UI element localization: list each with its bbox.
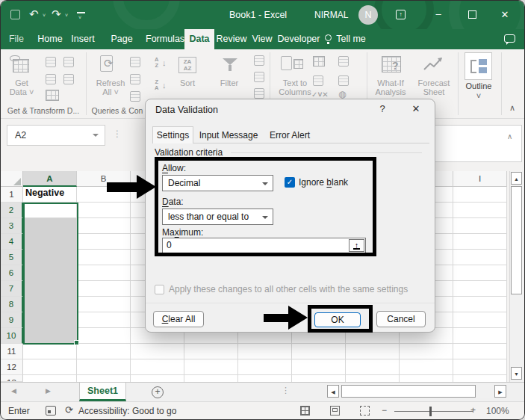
- forecast-label2[interactable]: Sheet: [420, 87, 447, 96]
- minimize-button[interactable]: –: [430, 7, 447, 22]
- column-header-i[interactable]: I: [453, 171, 507, 187]
- clear-all-button[interactable]: Clear All: [153, 311, 204, 327]
- maximize-button[interactable]: [468, 10, 476, 19]
- tab-page-layout[interactable]: Page Layout: [98, 29, 146, 49]
- get-data-label2[interactable]: Data ˅: [5, 87, 38, 96]
- zoom-level[interactable]: 100%: [486, 406, 509, 416]
- text-to-columns-icon[interactable]: [281, 56, 292, 70]
- undo-dropdown-icon[interactable]: ˅: [43, 13, 46, 18]
- what-if-label1[interactable]: What-If: [373, 78, 408, 87]
- sort-ascending-icon[interactable]: AZ: [155, 57, 158, 69]
- redo-icon[interactable]: ↷: [52, 8, 61, 19]
- reapply-filter-icon[interactable]: [254, 72, 264, 82]
- row-header-8[interactable]: 8: [1, 297, 23, 312]
- tab-insert[interactable]: Insert: [68, 29, 98, 49]
- vertical-scrollbar-thumb[interactable]: [511, 186, 522, 294]
- row-header-4[interactable]: 4: [1, 234, 23, 250]
- forecast-sheet-icon[interactable]: [423, 56, 445, 72]
- flash-fill-icon[interactable]: [313, 56, 325, 67]
- row-header-3[interactable]: 3: [1, 218, 23, 234]
- normal-view-icon[interactable]: [300, 406, 310, 416]
- ribbon-display-options-icon[interactable]: ↑: [396, 10, 406, 19]
- tab-view[interactable]: View: [249, 29, 276, 49]
- refresh-all-label2[interactable]: All ˅: [93, 87, 128, 96]
- refresh-all-icon[interactable]: ⟳: [104, 57, 114, 70]
- sort-label[interactable]: Sort: [171, 78, 204, 87]
- name-box[interactable]: A2: [7, 125, 105, 146]
- sheet-tab-sheet1[interactable]: Sheet1: [79, 383, 126, 401]
- consolidate-icon[interactable]: [338, 56, 349, 67]
- tab-file[interactable]: File: [2, 29, 31, 49]
- avatar[interactable]: N: [358, 5, 378, 25]
- save-icon[interactable]: [10, 10, 20, 19]
- apply-changes-checkbox[interactable]: [155, 285, 164, 294]
- text-to-columns-label1[interactable]: Text to: [277, 78, 313, 87]
- tab-review[interactable]: Review: [214, 29, 249, 49]
- undo-icon[interactable]: ↶: [29, 8, 39, 19]
- outline-label[interactable]: Outline: [462, 81, 496, 90]
- row-header-5[interactable]: 5: [1, 250, 23, 265]
- tab-developer[interactable]: Developer: [276, 29, 322, 49]
- column-header-a[interactable]: A: [23, 171, 77, 187]
- row-header-6[interactable]: 6: [1, 265, 23, 281]
- data-validation-icon[interactable]: ✓˅✕: [311, 90, 329, 99]
- page-break-view-icon[interactable]: [360, 406, 370, 416]
- properties-icon[interactable]: [130, 74, 140, 84]
- edit-links-icon[interactable]: [130, 91, 140, 102]
- row-header-13[interactable]: 13: [1, 375, 23, 382]
- dialog-close-button[interactable]: ✕: [409, 103, 423, 114]
- row-header-1[interactable]: 1: [1, 187, 23, 203]
- clear-filter-icon[interactable]: [254, 55, 264, 66]
- new-sheet-button[interactable]: +: [152, 386, 164, 398]
- tell-me-box[interactable]: Tell me: [335, 29, 367, 49]
- sort-icon[interactable]: ZAAZ: [178, 57, 196, 73]
- row-header-10[interactable]: 10: [1, 328, 23, 344]
- advanced-filter-icon[interactable]: [254, 88, 264, 99]
- zoom-out-button[interactable]: −: [382, 405, 387, 416]
- scroll-up-button[interactable]: ▲: [511, 172, 522, 185]
- from-text-icon[interactable]: [46, 57, 56, 67]
- tab-data[interactable]: Data: [184, 29, 214, 49]
- cell-a1[interactable]: Negative: [25, 188, 76, 202]
- row-header-7[interactable]: 7: [1, 281, 23, 297]
- zoom-in-button[interactable]: +: [470, 405, 476, 416]
- name-box-caret-icon[interactable]: [93, 134, 99, 137]
- cancel-button[interactable]: Cancel: [376, 311, 426, 327]
- relationships-icon[interactable]: [338, 75, 349, 86]
- filter-label[interactable]: Filter: [214, 78, 244, 87]
- row-header-2[interactable]: 2: [1, 203, 23, 218]
- existing-connections-icon[interactable]: [63, 74, 74, 84]
- scroll-right-button[interactable]: ▶: [494, 385, 506, 398]
- recent-sources-icon[interactable]: [63, 57, 74, 67]
- close-button[interactable]: ✕: [497, 7, 513, 22]
- from-table-icon[interactable]: [46, 90, 59, 101]
- refresh-all-label1[interactable]: Refresh: [93, 78, 128, 87]
- what-if-label2[interactable]: Analysis: [371, 87, 410, 96]
- tab-formulas[interactable]: Formulas: [146, 29, 184, 49]
- dialog-tab-error-alert[interactable]: Error Alert: [262, 128, 317, 143]
- scroll-down-button[interactable]: ▼: [511, 367, 522, 380]
- from-web-icon[interactable]: [46, 74, 56, 84]
- redo-dropdown-icon[interactable]: ˅: [65, 13, 68, 18]
- get-data-label1[interactable]: Get: [5, 78, 38, 87]
- dialog-tab-input-message[interactable]: Input Message: [196, 128, 261, 143]
- collapse-ribbon-icon[interactable]: ∧: [509, 103, 515, 113]
- remove-duplicates-icon[interactable]: [313, 75, 323, 86]
- accessibility-status[interactable]: Accessibility: Good to go: [78, 406, 176, 416]
- expand-formula-bar-icon[interactable]: ∧: [507, 132, 512, 140]
- sort-descending-icon[interactable]: ZA: [155, 79, 158, 91]
- horizontal-scrollbar-thumb[interactable]: [341, 385, 476, 398]
- queries-connections-icon[interactable]: [130, 57, 140, 67]
- filter-icon[interactable]: [223, 58, 237, 65]
- dialog-tab-settings[interactable]: Settings: [152, 126, 193, 143]
- text-to-columns-label2[interactable]: Columns: [274, 87, 316, 96]
- forecast-label1[interactable]: Forecast: [414, 78, 453, 87]
- manage-data-model-icon[interactable]: ◍: [338, 89, 346, 99]
- customize-qat-icon[interactable]: [77, 12, 85, 13]
- prev-sheet-icon[interactable]: ◀: [11, 387, 16, 395]
- outline-button[interactable]: [465, 52, 492, 80]
- dialog-help-button[interactable]: ?: [376, 103, 389, 114]
- page-layout-view-icon[interactable]: [330, 406, 340, 416]
- zoom-slider-thumb[interactable]: [429, 407, 432, 416]
- next-sheet-icon[interactable]: ▶: [46, 387, 51, 395]
